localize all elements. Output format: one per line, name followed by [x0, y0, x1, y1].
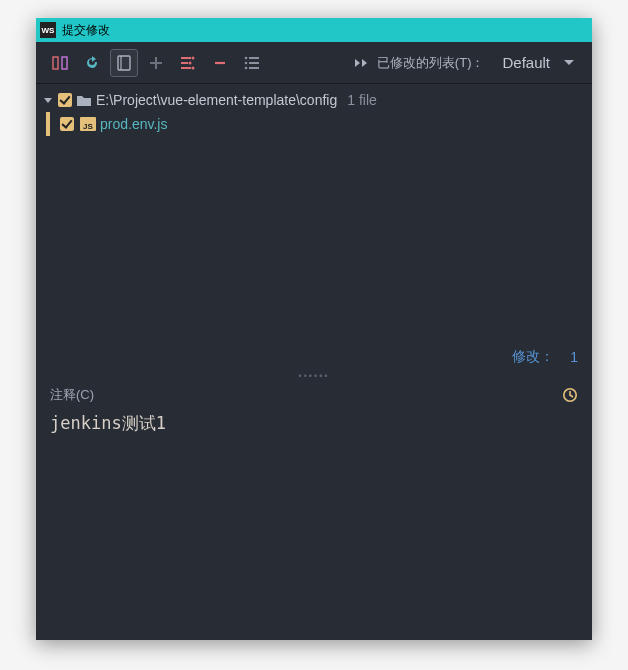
chevron-down-icon[interactable]: [44, 98, 52, 103]
tree-root-path: E:\Project\vue-element-template\config: [96, 92, 337, 108]
list-icon[interactable]: [238, 49, 266, 77]
app-icon: WS: [40, 22, 56, 38]
svg-rect-2: [118, 56, 130, 70]
svg-point-3: [192, 56, 195, 59]
change-indicator: [46, 112, 50, 136]
toolbar: 已修改的列表(T)： Default: [36, 42, 592, 84]
svg-rect-0: [53, 57, 58, 69]
history-icon[interactable]: [562, 387, 578, 403]
tree-file-name: prod.env.js: [100, 116, 167, 132]
svg-point-5: [192, 66, 195, 69]
js-file-icon: JS: [80, 117, 96, 131]
tree-root-row[interactable]: E:\Project\vue-element-template\config 1…: [36, 88, 592, 112]
tree-file-count: 1 file: [347, 92, 377, 108]
modified-list-label: 已修改的列表(T)：: [377, 54, 485, 72]
diff-icon[interactable]: [46, 49, 74, 77]
svg-point-8: [245, 66, 248, 69]
resize-grip[interactable]: ••••••: [36, 370, 592, 382]
changelist-dropdown[interactable]: Default: [494, 50, 582, 75]
commit-message-input[interactable]: [50, 412, 578, 638]
modified-count: 1: [570, 349, 578, 365]
commit-dialog: WS 提交修改 已修改的列表(T)： Default: [36, 18, 592, 640]
titlebar[interactable]: WS 提交修改: [36, 18, 592, 42]
changelist-selected: Default: [502, 54, 550, 71]
svg-point-6: [245, 56, 248, 59]
comment-label: 注释(C): [50, 386, 94, 404]
comment-header: 注释(C): [36, 382, 592, 410]
folder-icon: [76, 93, 92, 107]
svg-point-7: [245, 61, 248, 64]
chevron-down-icon: [564, 60, 574, 65]
file-tree[interactable]: E:\Project\vue-element-template\config 1…: [36, 84, 592, 344]
checkbox[interactable]: [58, 93, 72, 107]
window-title: 提交修改: [62, 22, 110, 39]
tree-file-row[interactable]: JS prod.env.js: [36, 112, 592, 136]
refresh-icon[interactable]: [78, 49, 106, 77]
svg-point-4: [189, 61, 192, 64]
add-icon[interactable]: [142, 49, 170, 77]
modified-label: 修改：: [512, 348, 554, 366]
comment-area: [36, 410, 592, 640]
status-row: 修改： 1: [36, 344, 592, 370]
filter-icon[interactable]: [174, 49, 202, 77]
chevron-right-icon: [355, 59, 360, 67]
remove-icon[interactable]: [206, 49, 234, 77]
checkbox[interactable]: [60, 117, 74, 131]
group-by-directory-icon[interactable]: [110, 49, 138, 77]
chevron-right-icon: [362, 59, 367, 67]
svg-rect-1: [62, 57, 67, 69]
